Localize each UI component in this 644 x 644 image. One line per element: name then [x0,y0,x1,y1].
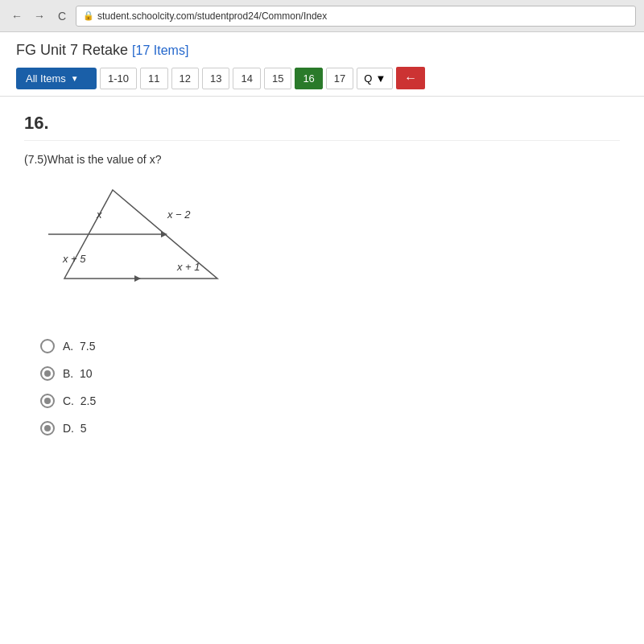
diagram-container: x x − 2 x + 5 x + 1 [48,182,225,319]
nav-toolbar: All Items ▼ 1-10 11 12 13 14 15 16 17 Q … [16,67,628,89]
forward-button[interactable]: → [31,7,48,25]
radio-c[interactable] [40,394,55,408]
page-btn-11[interactable]: 11 [140,68,167,89]
question-body: What is the value of x? [47,153,162,166]
address-bar[interactable]: 🔒 student.schoolcity.com/studentprod24/C… [76,6,636,27]
page-btn-13[interactable]: 13 [202,68,229,89]
page-title: FG Unit 7 Retake [17 Items] [16,42,628,59]
page-header: FG Unit 7 Retake [17 Items] All Items ▼ … [0,32,644,97]
radio-b[interactable] [40,366,55,381]
question-area: 16. (7.5)What is the value of x? x x − 2… [0,97,644,644]
page-btn-14[interactable]: 14 [233,68,260,89]
standard-label: (7.5) [24,153,47,166]
choice-a-label: A. 7.5 [63,340,95,353]
svg-text:x: x [96,208,102,221]
choice-d-label: D. 5 [63,422,87,435]
radio-a[interactable] [40,339,55,353]
svg-text:x + 1: x + 1 [176,261,200,273]
lock-icon: 🔒 [83,10,94,21]
answer-choices: A. 7.5 B. 10 C. 2.5 D. 5 [40,339,620,436]
page-btn-1-10[interactable]: 1-10 [100,68,137,89]
svg-marker-3 [134,275,141,282]
browser-chrome: ← → C 🔒 student.schoolcity.com/studentpr… [0,0,644,32]
question-number: 16. [24,113,620,141]
search-arrow-icon: ▼ [375,72,386,85]
page-btn-17[interactable]: 17 [326,68,353,89]
choice-b: B. 10 [40,366,620,381]
nav-back-red-button[interactable]: ← [396,67,425,89]
page-btn-16[interactable]: 16 [295,68,322,89]
page-btn-15[interactable]: 15 [264,68,291,89]
question-text: (7.5)What is the value of x? [24,153,620,166]
item-count: [17 Items] [132,43,188,57]
choice-c: C. 2.5 [40,394,620,408]
svg-text:x − 2: x − 2 [167,208,191,221]
choice-b-label: B. 10 [63,367,93,380]
dropdown-arrow-icon: ▼ [71,74,79,83]
all-items-button[interactable]: All Items ▼ [16,68,97,89]
url-text: student.schoolcity.com/studentprod24/Com… [97,10,327,22]
choice-a: A. 7.5 [40,339,620,353]
title-text: FG Unit 7 Retake [16,42,128,58]
triangle-diagram: x x − 2 x + 5 x + 1 [48,182,225,319]
radio-d[interactable] [40,421,55,436]
page-btn-12[interactable]: 12 [171,68,199,89]
all-items-label: All Items [26,72,66,85]
reload-button[interactable]: C [53,7,71,25]
search-button[interactable]: Q ▼ [357,68,393,89]
choice-c-label: C. 2.5 [63,394,96,407]
back-button[interactable]: ← [8,7,26,25]
page-content: FG Unit 7 Retake [17 Items] All Items ▼ … [0,32,644,644]
search-label: Q [364,72,372,85]
svg-text:x + 5: x + 5 [62,253,86,265]
choice-d: D. 5 [40,421,620,436]
svg-marker-2 [161,231,167,237]
